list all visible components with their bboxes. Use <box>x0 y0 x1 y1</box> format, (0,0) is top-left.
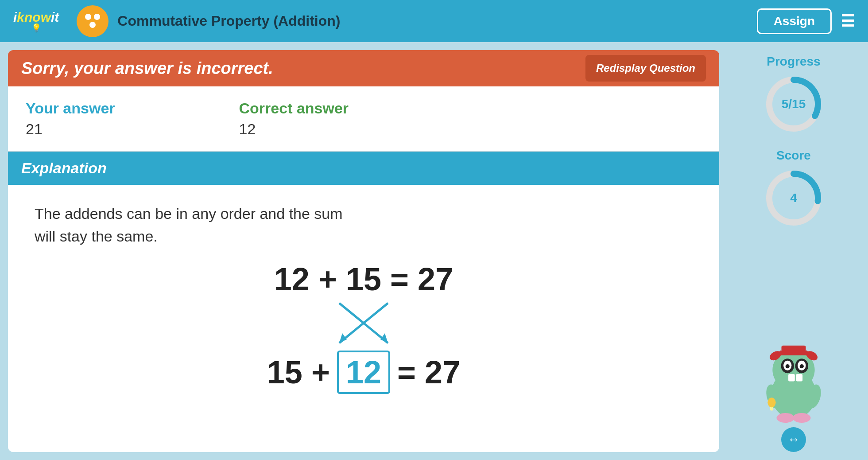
score-section: Score 4 <box>763 148 825 229</box>
equation-bottom: 15 + 12 = 27 <box>267 351 460 394</box>
svg-point-0 <box>85 14 91 20</box>
progress-value: 5/15 <box>782 97 806 111</box>
explanation-title: Explanation <box>21 160 107 176</box>
mascot-icon <box>745 325 842 423</box>
equation-highlighted-num: 12 <box>337 351 390 394</box>
logo-it: it <box>51 11 59 24</box>
cross-arrows-icon <box>319 300 408 348</box>
svg-point-30 <box>767 398 775 407</box>
header: i know it 💡 Commutative Property (Additi… <box>0 0 868 42</box>
correct-answer-label: Correct answer <box>239 100 349 117</box>
svg-rect-24 <box>782 346 806 351</box>
main-container: Sorry, your answer is incorrect. Redispl… <box>0 42 868 460</box>
explanation-body: The addends can be in any order and the … <box>8 185 719 412</box>
lesson-title: Commutative Property (Addition) <box>117 13 748 29</box>
mascot-area: ↔ <box>727 325 860 452</box>
dots-icon <box>83 12 102 31</box>
svg-point-28 <box>793 413 810 423</box>
score-donut: 4 <box>763 167 825 229</box>
correct-answer-col: Correct answer 12 <box>239 100 349 138</box>
progress-donut: 5/15 <box>763 73 825 135</box>
svg-point-2 <box>89 22 96 28</box>
svg-point-1 <box>94 14 100 20</box>
logo-bulb-icon: 💡 <box>31 24 41 32</box>
your-answer-label: Your answer <box>26 100 115 117</box>
equation-bottom-pre: 15 + <box>267 354 330 390</box>
iknowit-logo: i know it 💡 <box>13 11 59 32</box>
your-answer-col: Your answer 21 <box>26 100 115 138</box>
score-label: Score <box>776 148 811 163</box>
nav-arrow-button[interactable]: ↔ <box>781 427 806 452</box>
logo-i: i <box>13 11 17 24</box>
svg-rect-19 <box>788 374 795 382</box>
right-panel: Progress 5/15 Score 4 <box>727 50 860 452</box>
answer-comparison: Your answer 21 Correct answer 12 <box>8 86 719 152</box>
progress-label: Progress <box>767 55 820 69</box>
math-visualization: 12 + 15 = 27 15 + 12 = <box>35 261 693 394</box>
equation-top: 12 + 15 = 27 <box>274 261 453 297</box>
explanation-text: The addends can be in any order and the … <box>35 203 345 248</box>
correct-answer-value: 12 <box>239 121 349 138</box>
svg-point-17 <box>786 364 790 368</box>
incorrect-message: Sorry, your answer is incorrect. <box>21 59 273 78</box>
svg-rect-20 <box>796 374 803 382</box>
logo-know: know <box>17 11 51 24</box>
lesson-badge <box>77 5 108 37</box>
header-right: Assign ☰ <box>757 8 855 34</box>
svg-marker-6 <box>339 333 347 343</box>
your-answer-value: 21 <box>26 121 115 138</box>
svg-marker-4 <box>380 333 388 343</box>
svg-point-18 <box>800 364 804 368</box>
left-panel: Sorry, your answer is incorrect. Redispl… <box>8 50 719 452</box>
incorrect-banner: Sorry, your answer is incorrect. Redispl… <box>8 50 719 86</box>
assign-button[interactable]: Assign <box>757 8 832 34</box>
redisplay-button[interactable]: Redisplay Question <box>585 55 706 81</box>
score-value: 4 <box>790 191 797 205</box>
svg-point-27 <box>777 413 794 423</box>
hamburger-icon[interactable]: ☰ <box>841 13 855 29</box>
logo-area: i know it 💡 <box>13 11 59 32</box>
nav-arrow-icon: ↔ <box>787 433 800 447</box>
equation-bottom-post: = 27 <box>397 354 460 390</box>
explanation-header: Explanation <box>8 152 719 185</box>
progress-section: Progress 5/15 <box>763 55 825 135</box>
